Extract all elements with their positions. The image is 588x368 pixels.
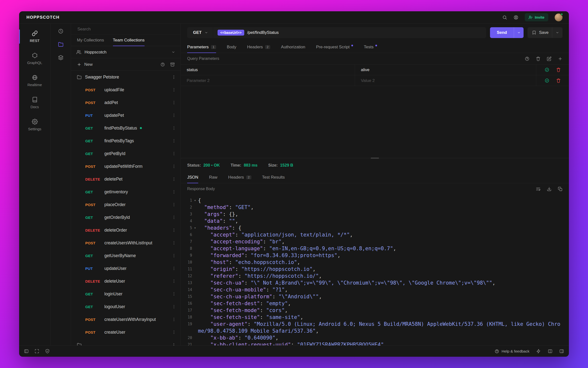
request-row[interactable]: DELETE deleteUser — [71, 275, 181, 288]
sidebar-tab-history[interactable] — [58, 28, 63, 34]
kebab-menu-icon[interactable] — [172, 292, 176, 296]
line-number[interactable]: 14 — [181, 286, 192, 293]
search-icon[interactable] — [502, 15, 507, 20]
fold-arrow-icon[interactable]: ▾ — [192, 224, 198, 231]
save-button[interactable]: Save — [527, 27, 563, 38]
columns-layout-icon[interactable] — [548, 349, 552, 354]
param-value-field[interactable]: alive — [355, 65, 536, 75]
delete-all-params-icon[interactable] — [536, 56, 540, 61]
request-tab-parameters[interactable]: Parameters 1 — [187, 42, 216, 53]
fold-arrow-icon[interactable]: ▾ — [192, 197, 198, 204]
kebab-menu-icon[interactable] — [172, 304, 176, 309]
pane-resize-handle[interactable] — [371, 158, 379, 159]
kebab-menu-icon[interactable] — [172, 164, 176, 169]
line-number[interactable]: 9 — [181, 252, 192, 259]
line-number[interactable]: 15 — [181, 293, 192, 300]
request-row[interactable]: POST createUsersWithListInput — [71, 237, 181, 249]
request-row[interactable]: PUT updateUser — [71, 262, 181, 275]
nav-item-realtime[interactable]: Realtime — [19, 70, 50, 92]
plus-icon[interactable] — [77, 62, 81, 67]
import-export-icon[interactable] — [170, 62, 175, 67]
request-row[interactable]: POST uploadFile — [71, 83, 181, 96]
wrap-lines-icon[interactable] — [536, 187, 540, 191]
line-number[interactable]: 3 — [181, 211, 192, 218]
shield-check-icon[interactable] — [45, 349, 50, 354]
line-number[interactable]: 6 — [181, 231, 192, 238]
request-tab-tests[interactable]: Tests — [364, 42, 377, 53]
param-delete-button[interactable] — [556, 78, 561, 83]
base-url-chip[interactable]: <<baseUrl>> — [218, 30, 244, 36]
kebab-menu-icon[interactable] — [172, 100, 176, 105]
kebab-menu-icon[interactable] — [172, 241, 176, 245]
line-number[interactable]: 21 — [181, 341, 192, 345]
download-icon[interactable] — [547, 187, 551, 191]
url-input[interactable]: <<baseUrl>> /pet/findByStatus — [213, 27, 486, 38]
tab-my-collections[interactable]: My Collections — [77, 35, 104, 46]
response-body-editor[interactable]: 1 ▾ { 2 "method": "GET", 3 "args": {}, 4… — [181, 195, 569, 345]
kebab-menu-icon[interactable] — [172, 228, 176, 232]
invite-button[interactable]: Invite — [525, 13, 548, 21]
kebab-menu-icon[interactable] — [172, 88, 176, 92]
param-key-field[interactable]: Parameter 2 — [181, 75, 355, 86]
request-row[interactable]: POST updatePetWithForm — [71, 160, 181, 173]
request-row[interactable]: POST createUser — [71, 326, 181, 339]
request-row[interactable]: GET loginUser — [71, 288, 181, 300]
request-row[interactable]: PUT updatePet — [71, 109, 181, 122]
sidebar-tab-environments[interactable] — [58, 55, 63, 60]
request-tab-authorization[interactable]: Authorization — [281, 42, 305, 53]
bulk-edit-icon[interactable] — [547, 56, 551, 61]
account-icon[interactable] — [514, 15, 518, 20]
param-key-field[interactable]: status — [181, 65, 355, 75]
help-icon[interactable] — [160, 62, 165, 67]
kebab-menu-icon[interactable] — [172, 330, 176, 334]
line-number[interactable]: 4 — [181, 218, 192, 224]
line-number[interactable]: 19 — [181, 321, 192, 334]
kebab-menu-icon[interactable] — [172, 75, 176, 79]
response-tab-raw[interactable]: Raw — [209, 172, 217, 183]
param-toggle-button[interactable] — [545, 78, 549, 83]
response-tab-test-results[interactable]: Test Results — [262, 172, 285, 183]
request-tab-body[interactable]: Body — [227, 42, 236, 53]
send-button[interactable]: Send — [490, 27, 514, 38]
collections-search-input[interactable] — [77, 26, 175, 32]
new-collection-label[interactable]: New — [84, 62, 93, 67]
request-row[interactable]: POST placeOrder — [71, 198, 181, 211]
request-row[interactable]: POST addPet — [71, 96, 181, 109]
line-number[interactable]: 2 — [181, 204, 192, 211]
line-number[interactable]: 20 — [181, 334, 192, 341]
kebab-menu-icon[interactable] — [172, 113, 176, 118]
zap-icon[interactable] — [536, 349, 541, 354]
send-options-button[interactable] — [514, 27, 524, 38]
kebab-menu-icon[interactable] — [172, 279, 176, 283]
kebab-menu-icon[interactable] — [172, 190, 176, 194]
add-param-icon[interactable] — [558, 56, 563, 61]
line-number[interactable]: 1 — [181, 197, 192, 204]
line-number[interactable]: 10 — [181, 259, 192, 266]
request-row[interactable]: GET findPetsByStatus — [71, 122, 181, 134]
line-number[interactable]: 16 — [181, 300, 192, 307]
kebab-menu-icon[interactable] — [172, 317, 176, 322]
line-number[interactable]: 7 — [181, 238, 192, 245]
collection-folder-row[interactable]: Swagger Petstore — [71, 71, 181, 83]
tab-team-collections[interactable]: Team Collections — [113, 35, 145, 46]
panel-right-icon[interactable] — [559, 349, 564, 354]
param-toggle-button[interactable] — [545, 67, 549, 72]
kebab-menu-icon[interactable] — [172, 126, 176, 130]
kebab-menu-icon[interactable] — [172, 151, 176, 156]
copy-icon[interactable] — [558, 187, 563, 191]
request-row[interactable]: GET getUserByName — [71, 249, 181, 262]
line-number[interactable]: 12 — [181, 273, 192, 279]
request-row[interactable]: GET findPetsByTags — [71, 134, 181, 147]
line-number[interactable]: 8 — [181, 245, 192, 252]
request-row[interactable]: GET getOrderById — [71, 211, 181, 224]
kebab-menu-icon[interactable] — [172, 253, 176, 258]
kebab-menu-icon[interactable] — [172, 202, 176, 207]
param-value-field[interactable]: Value 2 — [355, 75, 536, 86]
request-row[interactable]: POST createUsersWithArrayInput — [71, 313, 181, 326]
expand-icon[interactable] — [35, 349, 39, 354]
nav-item-docs[interactable]: Docs — [19, 92, 50, 114]
collection-folder-row-partial[interactable] — [71, 339, 181, 345]
kebab-menu-icon[interactable] — [172, 215, 176, 220]
line-number[interactable]: 13 — [181, 279, 192, 286]
sidebar-tab-collections[interactable] — [58, 42, 63, 47]
